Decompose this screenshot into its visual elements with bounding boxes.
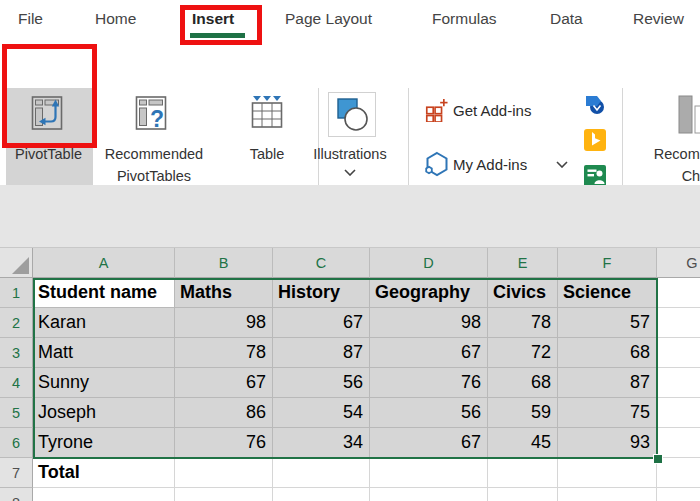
cell-C7[interactable] bbox=[273, 458, 370, 488]
cell-A8[interactable] bbox=[33, 488, 175, 501]
chevron-down-icon bbox=[556, 161, 568, 168]
cell-A2[interactable]: Karan bbox=[33, 308, 175, 338]
row-header-3[interactable]: 3 bbox=[0, 338, 33, 368]
row-header-2[interactable]: 2 bbox=[0, 308, 33, 338]
visio-addin-icon[interactable] bbox=[584, 93, 606, 115]
cell-B8[interactable] bbox=[175, 488, 273, 501]
cell-B4[interactable]: 67 bbox=[175, 368, 273, 398]
cell-C6[interactable]: 34 bbox=[273, 428, 370, 458]
cell-A1[interactable]: Student name bbox=[33, 278, 175, 308]
column-header-D[interactable]: D bbox=[370, 248, 488, 278]
column-header-E[interactable]: E bbox=[488, 248, 558, 278]
cell-E5[interactable]: 59 bbox=[488, 398, 558, 428]
cell-D7[interactable] bbox=[370, 458, 488, 488]
tab-data[interactable]: Data bbox=[550, 10, 583, 28]
cell-G8[interactable] bbox=[657, 488, 700, 501]
cell-A3[interactable]: Matt bbox=[33, 338, 175, 368]
cell-G1[interactable] bbox=[657, 278, 700, 308]
column-header-F[interactable]: F bbox=[558, 248, 657, 278]
cell-E8[interactable] bbox=[488, 488, 558, 501]
tab-home[interactable]: Home bbox=[95, 10, 136, 28]
bing-addin-icon[interactable] bbox=[584, 129, 606, 151]
selection-fill-handle[interactable] bbox=[653, 454, 663, 464]
cell-F8[interactable] bbox=[558, 488, 657, 501]
cell-E6[interactable]: 45 bbox=[488, 428, 558, 458]
tab-insert[interactable]: Insert bbox=[192, 10, 234, 28]
cell-C5[interactable]: 54 bbox=[273, 398, 370, 428]
cell-B7[interactable] bbox=[175, 458, 273, 488]
cell-B3[interactable]: 78 bbox=[175, 338, 273, 368]
ribbon: PivotTable ? Recommended PivotTables Tab… bbox=[0, 40, 700, 186]
cell-F5[interactable]: 75 bbox=[558, 398, 657, 428]
row-header-5[interactable]: 5 bbox=[0, 398, 33, 428]
illustrations-label: Illustrations bbox=[300, 146, 400, 162]
cell-C1[interactable]: History bbox=[273, 278, 370, 308]
cell-B6[interactable]: 76 bbox=[175, 428, 273, 458]
active-tab-underline bbox=[190, 33, 245, 38]
cell-G6[interactable] bbox=[657, 428, 700, 458]
formula-bar: A1 ✕ ✓ fx Student name bbox=[0, 185, 700, 248]
cell-F6[interactable]: 93 bbox=[558, 428, 657, 458]
column-header-A[interactable]: A bbox=[33, 248, 175, 278]
cell-E4[interactable]: 68 bbox=[488, 368, 558, 398]
cell-A6[interactable]: Tyrone bbox=[33, 428, 175, 458]
column-header-B[interactable]: B bbox=[175, 248, 273, 278]
cell-G3[interactable] bbox=[657, 338, 700, 368]
cell-D6[interactable]: 67 bbox=[370, 428, 488, 458]
cell-D8[interactable] bbox=[370, 488, 488, 501]
tab-formulas[interactable]: Formulas bbox=[432, 10, 497, 28]
row-header-4[interactable]: 4 bbox=[0, 368, 33, 398]
cell-D3[interactable]: 67 bbox=[370, 338, 488, 368]
recommended-pivottables-label-2: PivotTables bbox=[98, 168, 210, 184]
recommended-pivottables-label-1: Recommended bbox=[98, 146, 210, 162]
select-all-triangle-icon bbox=[12, 257, 29, 274]
cell-F2[interactable]: 57 bbox=[558, 308, 657, 338]
cell-F4[interactable]: 87 bbox=[558, 368, 657, 398]
cell-C8[interactable] bbox=[273, 488, 370, 501]
row-header-1[interactable]: 1 bbox=[0, 278, 33, 308]
cell-E3[interactable]: 72 bbox=[488, 338, 558, 368]
cell-G5[interactable] bbox=[657, 398, 700, 428]
recommended-charts-icon bbox=[676, 94, 700, 136]
cell-D1[interactable]: Geography bbox=[370, 278, 488, 308]
cell-E2[interactable]: 78 bbox=[488, 308, 558, 338]
cell-A7[interactable]: Total bbox=[33, 458, 175, 488]
pivottable-label: PivotTable bbox=[2, 146, 95, 162]
cell-E1[interactable]: Civics bbox=[488, 278, 558, 308]
table-label: Table bbox=[226, 146, 308, 162]
cell-C4[interactable]: 56 bbox=[273, 368, 370, 398]
cell-F3[interactable]: 68 bbox=[558, 338, 657, 368]
my-addins-icon bbox=[424, 151, 450, 177]
cell-G2[interactable] bbox=[657, 308, 700, 338]
cell-A5[interactable]: Joseph bbox=[33, 398, 175, 428]
tab-page-layout[interactable]: Page Layout bbox=[285, 10, 372, 28]
cell-B5[interactable]: 86 bbox=[175, 398, 273, 428]
column-header-G[interactable]: G bbox=[657, 248, 700, 278]
row-header-6[interactable]: 6 bbox=[0, 428, 33, 458]
recommended-charts-label-1: Recommended bbox=[637, 146, 700, 162]
cell-G7[interactable] bbox=[657, 458, 700, 488]
column-header-C[interactable]: C bbox=[273, 248, 370, 278]
cell-D2[interactable]: 98 bbox=[370, 308, 488, 338]
cell-A4[interactable]: Sunny bbox=[33, 368, 175, 398]
recommended-pivottables-icon: ? bbox=[135, 95, 169, 133]
cell-F7[interactable] bbox=[558, 458, 657, 488]
table-icon bbox=[250, 94, 284, 129]
row-header-7[interactable]: 7 bbox=[0, 458, 33, 488]
worksheet-grid: ABCDEFG12345678Student nameMathsHistoryG… bbox=[0, 248, 700, 501]
cell-C2[interactable]: 67 bbox=[273, 308, 370, 338]
cell-D4[interactable]: 76 bbox=[370, 368, 488, 398]
cell-G4[interactable] bbox=[657, 368, 700, 398]
cell-F1[interactable]: Science bbox=[558, 278, 657, 308]
cell-D5[interactable]: 56 bbox=[370, 398, 488, 428]
people-graph-addin-icon[interactable] bbox=[584, 165, 606, 187]
cell-E7[interactable] bbox=[488, 458, 558, 488]
select-all-corner[interactable] bbox=[0, 248, 33, 278]
tab-review[interactable]: Review bbox=[633, 10, 684, 28]
tab-file[interactable]: File bbox=[18, 10, 43, 28]
row-header-8[interactable]: 8 bbox=[0, 488, 33, 501]
cell-C3[interactable]: 87 bbox=[273, 338, 370, 368]
cell-B1[interactable]: Maths bbox=[175, 278, 273, 308]
get-addins-icon bbox=[424, 98, 448, 122]
cell-B2[interactable]: 98 bbox=[175, 308, 273, 338]
